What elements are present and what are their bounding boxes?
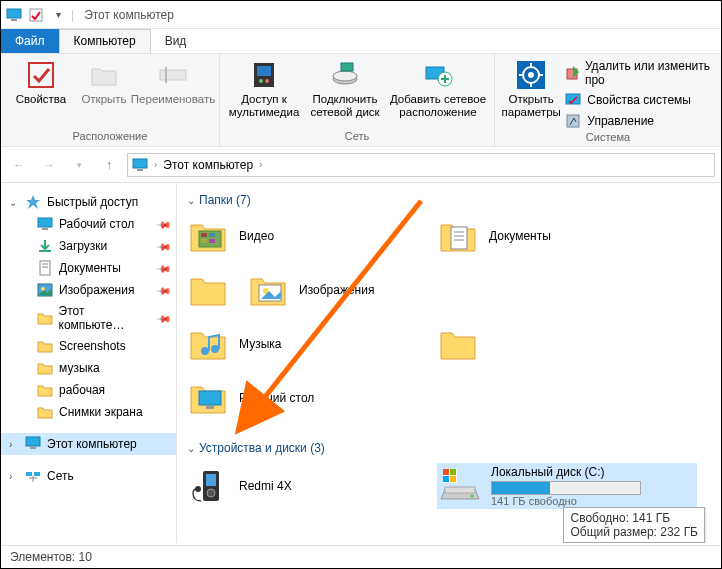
- svg-rect-57: [206, 474, 216, 486]
- section-folders-header[interactable]: ⌄ Папки (7): [187, 189, 721, 215]
- svg-rect-38: [34, 472, 40, 476]
- drive-local-c[interactable]: Локальный диск (C:) 141 ГБ свободно Своб…: [437, 463, 697, 509]
- folder-icon: [187, 215, 229, 257]
- svg-point-66: [471, 495, 474, 498]
- ribbon-settings-button[interactable]: Открыть параметры: [501, 57, 561, 119]
- folder-item[interactable]: Изображения: [247, 269, 497, 311]
- svg-rect-65: [445, 487, 475, 493]
- chevron-down-icon: ⌄: [9, 197, 19, 208]
- drive-name: Локальный диск (C:): [491, 465, 641, 479]
- folder-icon: [37, 360, 53, 376]
- ribbon-properties-button[interactable]: Свойства: [7, 57, 75, 106]
- mediaplayer-icon: [187, 465, 229, 507]
- folder-item[interactable]: Документы: [437, 215, 687, 257]
- nav-back-button[interactable]: ←: [7, 153, 31, 177]
- window-title: Этот компьютер: [84, 8, 174, 22]
- star-icon: [25, 194, 41, 210]
- folder-label: Рабочий стол: [239, 391, 314, 405]
- svg-rect-37: [26, 472, 32, 476]
- pin-icon: 📌: [156, 282, 172, 298]
- svg-rect-45: [209, 239, 215, 243]
- sidebar-item-label: Загрузки: [59, 239, 107, 253]
- qat-properties-icon[interactable]: [27, 6, 45, 24]
- ribbon-uninstall-button[interactable]: Удалить или изменить про: [561, 57, 715, 89]
- folder-icon: [437, 323, 479, 365]
- sidebar-item-label: Рабочий стол: [59, 217, 134, 231]
- section-devices-header[interactable]: ⌄ Устройства и диски (3): [187, 437, 721, 463]
- status-item-count: Элементов: 10: [10, 550, 92, 564]
- folder-item-cut[interactable]: [187, 269, 247, 311]
- svg-rect-44: [201, 239, 207, 243]
- sidebar-item-label: рабочая: [59, 383, 105, 397]
- svg-rect-28: [42, 228, 48, 230]
- svg-rect-43: [209, 233, 215, 237]
- svg-point-58: [207, 489, 215, 497]
- svg-rect-54: [199, 391, 221, 405]
- sidebar-item-label: Документы: [59, 261, 121, 275]
- folder-item[interactable]: Музыка: [187, 323, 437, 365]
- title-bar: ▾ | Этот компьютер: [1, 1, 721, 29]
- sidebar-item-4[interactable]: Этот компьюте…📌: [1, 301, 176, 335]
- tab-file[interactable]: Файл: [1, 29, 59, 53]
- ribbon-sysprops-button[interactable]: Свойства системы: [561, 90, 715, 110]
- address-bar: ← → ▾ ↑ › Этот компьютер ›: [1, 147, 721, 183]
- sidebar-network[interactable]: › Сеть: [1, 465, 176, 487]
- folder-icon: [247, 269, 289, 311]
- svg-point-8: [259, 79, 263, 83]
- svg-rect-30: [40, 261, 50, 275]
- ribbon-manage-button[interactable]: Управление: [561, 111, 715, 131]
- svg-rect-25: [133, 159, 147, 168]
- folder-icon: [187, 377, 229, 419]
- svg-rect-36: [30, 447, 36, 449]
- nav-up-button[interactable]: ↑: [97, 153, 121, 177]
- folder-item[interactable]: Видео: [187, 215, 437, 257]
- svg-rect-46: [451, 227, 467, 249]
- nav-recent-button[interactable]: ▾: [67, 153, 91, 177]
- this-pc-icon: [132, 158, 148, 172]
- drive-usage-bar: [491, 481, 641, 495]
- sidebar-item-2[interactable]: Документы📌: [1, 257, 176, 279]
- svg-rect-42: [201, 233, 207, 237]
- ribbon-rename-button[interactable]: Переименовать: [133, 57, 213, 106]
- svg-rect-29: [39, 250, 51, 252]
- folder-icon: [37, 338, 53, 354]
- drive-icon: [439, 465, 481, 507]
- sidebar-item-0[interactable]: Рабочий стол📌: [1, 213, 176, 235]
- svg-point-9: [265, 79, 269, 83]
- svg-rect-63: [443, 476, 449, 482]
- qat-this-pc-icon[interactable]: [5, 6, 23, 24]
- folder-item[interactable]: Рабочий стол: [187, 377, 437, 419]
- tab-computer[interactable]: Компьютер: [59, 29, 151, 53]
- device-phone[interactable]: Redmi 4X: [187, 463, 437, 509]
- sidebar-item-label: музыка: [59, 361, 100, 375]
- pin-icon: 📌: [156, 238, 172, 254]
- svg-rect-4: [160, 70, 186, 80]
- sidebar-item-3[interactable]: Изображения📌: [1, 279, 176, 301]
- sidebar-item-7[interactable]: рабочая: [1, 379, 176, 401]
- ribbon-media-button[interactable]: Доступ к мультимедиа: [226, 57, 302, 119]
- svg-rect-12: [341, 63, 353, 71]
- sidebar-item-1[interactable]: Загрузки📌: [1, 235, 176, 257]
- sidebar-item-6[interactable]: музыка: [1, 357, 176, 379]
- folder-label: Музыка: [239, 337, 281, 351]
- ribbon-mapdrive-button[interactable]: Подключить сетевой диск: [304, 57, 386, 119]
- pin-icon: 📌: [156, 216, 172, 232]
- ribbon-addnetloc-button[interactable]: Добавить сетевое расположение: [388, 57, 488, 119]
- sidebar-item-8[interactable]: Снимки экрана: [1, 401, 176, 423]
- nav-forward-button[interactable]: →: [37, 153, 61, 177]
- status-bar: Элементов: 10: [2, 545, 720, 567]
- folder-label: Видео: [239, 229, 274, 243]
- folder-item-cut[interactable]: [437, 323, 497, 365]
- sidebar-item-5[interactable]: Screenshots: [1, 335, 176, 357]
- svg-rect-3: [29, 63, 53, 87]
- breadcrumb[interactable]: Этот компьютер: [163, 158, 253, 172]
- sidebar-this-pc[interactable]: › Этот компьютер: [1, 433, 176, 455]
- address-box[interactable]: › Этот компьютер ›: [127, 153, 715, 177]
- menu-bar: Файл Компьютер Вид: [1, 29, 721, 53]
- qat-dropdown-icon[interactable]: ▾: [49, 6, 67, 24]
- pictures-icon: [37, 282, 53, 298]
- chevron-right-icon: ›: [9, 471, 19, 482]
- sidebar-quick-access[interactable]: ⌄ Быстрый доступ: [1, 191, 176, 213]
- ribbon-open-button[interactable]: Открыть: [77, 57, 131, 106]
- tab-view[interactable]: Вид: [151, 29, 201, 53]
